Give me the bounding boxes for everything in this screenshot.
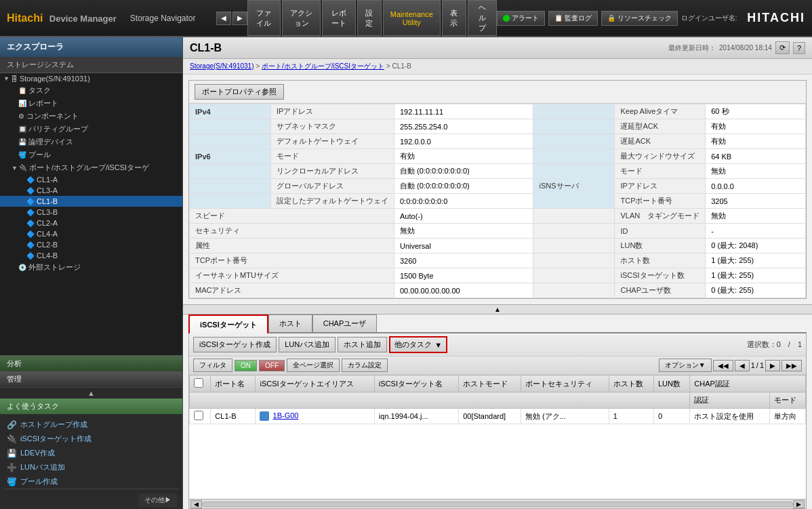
- tree-item-cl1a[interactable]: 🔷CL1-A: [0, 174, 182, 185]
- alert-button[interactable]: アラート: [497, 11, 545, 26]
- prop-label2: モード: [615, 164, 706, 179]
- header-right: アラート 📋 監査ログ 🔒 リソースチェック ログインユーザ名:: [497, 11, 737, 26]
- audit-log-button[interactable]: 📋 監査ログ: [548, 11, 598, 26]
- other-tasks-dropdown[interactable]: 他のタスク ▼: [389, 336, 447, 353]
- prop-label: 属性: [190, 239, 394, 253]
- row-port: CL1-B: [211, 409, 256, 424]
- tab-chap[interactable]: CHAPユーザ: [312, 314, 378, 332]
- filter-toggle[interactable]: フィルタ: [193, 359, 232, 372]
- task-iscsi-icon: 🔌: [7, 434, 17, 444]
- tree-item-label: CL1-A: [37, 176, 58, 184]
- tab-host[interactable]: ホスト: [268, 314, 312, 332]
- tree-item-icon: 🔷: [26, 230, 35, 238]
- scroll-right[interactable]: ▶: [793, 500, 805, 508]
- filter-off-button[interactable]: OFF: [259, 360, 285, 371]
- property-section: ポートプロパティ参照 IPv4 IPアドレス 192.11.11.11 Keep…: [188, 80, 807, 299]
- nav-settings[interactable]: 設定: [357, 0, 382, 36]
- prop-value2: 60 秒: [706, 104, 806, 119]
- tree-item-cl4a[interactable]: 🔷CL4-A: [0, 228, 182, 239]
- task-hostgroup[interactable]: 🔗 ホストグループ作成: [3, 418, 179, 432]
- prop-label2: ホスト数: [615, 253, 706, 268]
- nav-view[interactable]: 表示: [442, 0, 466, 36]
- task-ldev-create[interactable]: 💾 LDEV作成: [3, 446, 179, 460]
- host-add-button[interactable]: ホスト追加: [338, 337, 387, 352]
- tree-item-reports[interactable]: 📊レポート: [0, 97, 182, 110]
- tree-item-external[interactable]: 💿外部ストレージ: [0, 261, 182, 274]
- prop-value: 自動 (0:0:0:0:0:0:0:0): [394, 179, 533, 194]
- prop-row: IPv6 モード 有効 最大ウィンドウサイズ 64 KB: [190, 149, 806, 164]
- tree-item-cl2a[interactable]: 🔷CL2-A: [0, 218, 182, 228]
- task-pool-create[interactable]: 🪣 プール作成: [3, 474, 179, 489]
- prop-empty: [533, 239, 615, 253]
- port-property-button[interactable]: ポートプロパティ参照: [195, 84, 284, 100]
- scroll-left[interactable]: ◀: [190, 500, 202, 508]
- forward-button[interactable]: ▶: [232, 12, 247, 25]
- tree-item-cl4b[interactable]: 🔷CL4-B: [0, 250, 182, 261]
- row-check[interactable]: [190, 409, 211, 424]
- iscsi-create-button[interactable]: iSCSIターゲット作成: [193, 337, 277, 352]
- nav-file[interactable]: ファイル: [247, 0, 281, 36]
- tree-item-ldev[interactable]: 💾論理デバイス: [0, 136, 182, 148]
- options-button[interactable]: オプション▼: [659, 359, 712, 372]
- prop-value2: 無効: [706, 164, 806, 179]
- back-button[interactable]: ◀: [216, 12, 231, 25]
- tree-item-cl3b[interactable]: 🔷CL3-B: [0, 207, 182, 218]
- nav-help[interactable]: ヘルプ: [468, 0, 497, 36]
- section-analysis[interactable]: 分析: [0, 356, 182, 371]
- tree-item-label: Storage(S/N:491031): [20, 75, 90, 83]
- others-button[interactable]: その他▶: [139, 493, 177, 507]
- prop-value: 192.0.0.0: [394, 134, 533, 149]
- prop-row: デフォルトゲートウェイ 192.0.0.0 遅延ACK 有効: [190, 134, 806, 149]
- row-checkbox[interactable]: [194, 411, 203, 420]
- table-header-row2: 認証 モード: [190, 392, 806, 409]
- pager-next[interactable]: ▶: [765, 360, 780, 371]
- nav-arrows: ◀ ▶: [216, 12, 247, 25]
- tree-item-cl2b[interactable]: 🔷CL2-B: [0, 239, 182, 250]
- task-lun-add[interactable]: ➕ LUNパス追加: [3, 460, 179, 474]
- help-button[interactable]: ?: [793, 42, 805, 54]
- pager-first[interactable]: ◀◀: [713, 360, 733, 371]
- select-all-checkbox[interactable]: [194, 378, 203, 388]
- breadcrumb-ports[interactable]: ポート/ホストグループ/iSCSIターゲット: [262, 62, 384, 70]
- nav-maintenance[interactable]: Maintenance Utility: [383, 0, 441, 36]
- nav-report[interactable]: レポート: [322, 0, 356, 36]
- refresh-button[interactable]: ⟳: [775, 41, 790, 54]
- tree-item-ports[interactable]: ▼🔌ポート/ホストグループ/iSCSIターゲ: [0, 161, 182, 174]
- section-admin[interactable]: 管理: [0, 371, 182, 387]
- tree-item-label: レポート: [28, 98, 58, 108]
- prop-value: 1500 Byte: [394, 268, 533, 283]
- tree-item-storage[interactable]: ▼🗄Storage(S/N:491031): [0, 73, 182, 84]
- iqn-alias-link[interactable]: 1B-G00: [273, 411, 299, 420]
- sidebar-collapse[interactable]: ▲: [0, 387, 182, 399]
- prop-empty: [190, 179, 271, 194]
- filter-on-button[interactable]: ON: [235, 360, 257, 371]
- col-host-count: ホスト数: [609, 375, 653, 392]
- content-header: CL1-B 最終更新日時： 2014/08/20 18:14 ⟳ ?: [183, 37, 812, 59]
- tree-item-tasks[interactable]: 📋タスク: [0, 84, 182, 97]
- tab-iscsi[interactable]: iSCSIターゲット: [188, 314, 268, 333]
- breadcrumb-storage[interactable]: Storage(S/N:491031): [190, 62, 254, 70]
- tree-item-icon: 💿: [18, 264, 26, 271]
- resource-check-button[interactable]: 🔒 リソースチェック: [601, 11, 678, 26]
- tree-item-pool[interactable]: 🪣プール: [0, 148, 182, 161]
- task-iscsi-create[interactable]: 🔌 iSCSIターゲット作成: [3, 432, 179, 446]
- nav-action[interactable]: アクション: [282, 0, 321, 36]
- tree-item-parity[interactable]: 🔲パリティグループ: [0, 123, 182, 136]
- task-ldev-icon: 💾: [7, 449, 17, 458]
- pager-last[interactable]: ▶▶: [781, 360, 802, 371]
- prop-value: Auto(-): [394, 209, 533, 224]
- tree-item-components[interactable]: ⚙コンポーネント: [0, 110, 182, 123]
- prop-label: スピード: [190, 209, 394, 224]
- column-settings-button[interactable]: カラム設定: [342, 359, 388, 372]
- tree-item-cl3a[interactable]: 🔷CL3-A: [0, 185, 182, 196]
- prop-value2: 有効: [706, 119, 806, 134]
- tree-area[interactable]: ▼🗄Storage(S/N:491031)📋タスク📊レポート⚙コンポーネント🔲パ…: [0, 73, 182, 355]
- prop-label: セキュリティ: [190, 224, 394, 239]
- horizontal-scrollbar[interactable]: ◀ ▶: [189, 499, 806, 508]
- pager-prev[interactable]: ◀: [735, 360, 750, 371]
- tree-item-label: 論理デバイス: [28, 137, 73, 147]
- collapse-button[interactable]: ▲: [183, 304, 812, 314]
- tree-item-cl1b[interactable]: 🔷CL1-B: [0, 196, 182, 207]
- select-all-button[interactable]: 全ページ選択: [287, 359, 340, 372]
- lun-add-button[interactable]: LUNパス追加: [279, 337, 336, 352]
